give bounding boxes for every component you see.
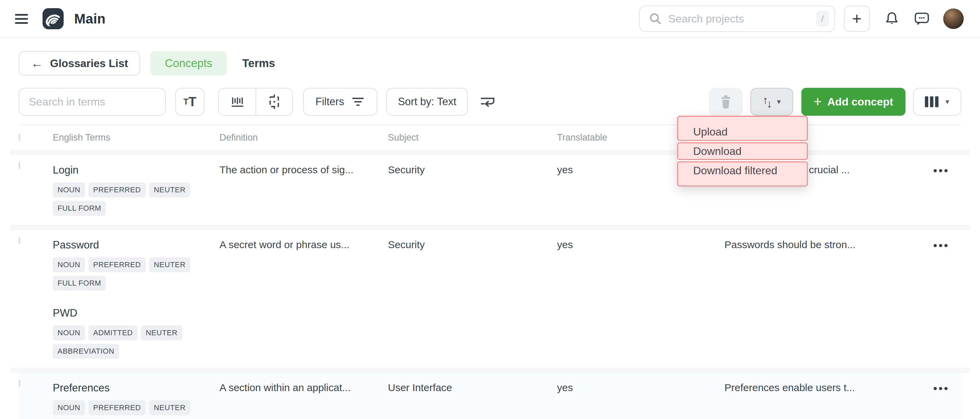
badge-type: FULL FORM [53,201,106,216]
create-button[interactable]: + [844,6,870,32]
term-entry: PWD NOUN ADMITTED NEUTER ABBREVIATION [53,307,220,359]
plus-icon: + [814,95,822,109]
row-checkbox[interactable] [19,162,20,169]
add-concept-button[interactable]: + Add concept [801,88,905,116]
menu-item-download[interactable]: Download [677,142,808,160]
back-arrow-icon: ← [31,56,43,70]
note-cell: Preferences enable users t... [724,381,893,394]
row-separator [10,225,970,230]
badge-gender: NEUTER [149,400,190,415]
sort-by-button[interactable]: Sort by: Text [386,88,468,116]
badge-part-of-speech: NOUN [53,400,85,415]
chevron-down-icon: ▾ [945,97,949,106]
row-separator [10,150,970,155]
definition-cell: The action or process of sig... [220,163,388,176]
badge-type: FULL FORM [53,276,106,291]
page-title: Main [74,11,105,27]
select-all-checkbox[interactable] [19,134,20,141]
search-in-terms-input[interactable] [19,88,166,116]
badge-gender: NEUTER [141,325,182,340]
note-cell: Passwords should be stron... [724,237,893,250]
table-header-row: English Terms Definition Subject Transla… [19,124,961,150]
badge-status: PREFERRED [89,257,146,272]
columns-dropdown-button[interactable]: ▾ [913,88,961,116]
messages-icon[interactable] [913,10,931,28]
filter-icon [351,96,365,108]
badge-part-of-speech: NOUN [53,182,85,198]
badge-part-of-speech: NOUN [53,325,85,340]
badge-part-of-speech: NOUN [53,257,85,272]
term-entry: Password NOUN PREFERRED NEUTER FULL FORM [53,239,220,291]
back-to-glossaries-button[interactable]: ← Glossaries List [19,51,140,76]
glossary-subnav: ← Glossaries List Concepts Terms [0,38,980,84]
term-badges: NOUN PREFERRED NEUTER FULL FORM [53,400,213,419]
badge-status: PREFERRED [89,400,146,415]
notifications-bell-icon[interactable] [883,10,901,28]
search-projects-input[interactable] [668,13,816,25]
barcode-match-button[interactable] [219,89,256,115]
subject-cell: Security [388,237,557,250]
subject-cell: User Interface [388,381,557,394]
back-button-label: Glossaries List [50,57,128,70]
subject-cell: Security [388,163,557,176]
case-large-icon: T [189,95,196,109]
concepts-table: English Terms Definition Subject Transla… [0,124,980,419]
term-entry: Preferences NOUN PREFERRED NEUTER FULL F… [53,382,220,419]
menu-item-upload[interactable]: Upload [677,116,808,141]
row-actions-menu-icon[interactable]: ••• [933,382,950,394]
column-header-definition: Definition [220,132,388,143]
table-row[interactable]: Password NOUN PREFERRED NEUTER FULL FORM… [19,230,961,368]
term-text: Login [53,164,220,176]
global-search[interactable]: / [639,5,835,32]
filters-button[interactable]: Filters [303,88,377,116]
menu-item-download-filtered[interactable]: Download filtered [677,161,808,186]
row-checkbox[interactable] [19,237,20,244]
translatable-cell: yes [557,237,724,250]
delete-button[interactable] [709,88,743,116]
term-badges: NOUN ADMITTED NEUTER ABBREVIATION [53,325,213,359]
case-small-icon: T [183,97,189,107]
row-actions-menu-icon[interactable]: ••• [933,164,950,176]
term-badges: NOUN PREFERRED NEUTER FULL FORM [53,182,213,216]
search-icon [649,12,662,25]
arrow-down-icon: ↓ [767,98,772,110]
term-entry: Login NOUN PREFERRED NEUTER FULL FORM [53,164,220,216]
concepts-toolbar: TT Filters Sort by: Text [0,84,980,124]
tab-terms[interactable]: Terms [242,51,275,76]
translatable-cell: yes [557,381,724,394]
trash-icon [718,94,733,110]
transfer-dropdown-button[interactable]: ↑ ↓ ▾ [750,88,793,116]
term-text: Password [53,239,220,251]
row-actions-menu-icon[interactable]: ••• [933,239,950,251]
column-header-subject: Subject [388,132,557,143]
tab-concepts[interactable]: Concepts [150,51,226,76]
term-text: Preferences [53,382,220,394]
wrap-lines-button[interactable] [478,92,498,112]
chevron-down-icon: ▾ [777,97,781,106]
column-header-english-terms: English Terms [53,132,220,143]
exact-frame-button[interactable] [256,89,292,115]
text-case-button[interactable]: TT [175,88,205,116]
shortcut-badge: / [816,11,829,27]
badge-status: PREFERRED [89,182,146,198]
sort-by-label: Sort by: Text [398,96,456,108]
menu-icon[interactable] [15,11,30,26]
definition-cell: A secret word or phrase us... [220,237,388,250]
wrap-lines-icon [479,94,497,109]
table-row[interactable]: Login NOUN PREFERRED NEUTER FULL FORM Th… [19,155,961,225]
term-text: PWD [53,307,220,319]
top-bar: Main / + [0,0,980,38]
app-logo-icon [42,8,64,30]
user-avatar[interactable] [943,8,964,29]
definition-cell: A section within an applicat... [220,381,388,394]
badge-type: ABBREVIATION [53,344,119,359]
row-checkbox[interactable] [19,380,20,387]
term-badges: NOUN PREFERRED NEUTER FULL FORM [53,257,213,291]
columns-icon [925,96,939,107]
match-mode-button-group [218,88,293,116]
badge-gender: NEUTER [149,257,190,272]
table-row[interactable]: Preferences NOUN PREFERRED NEUTER FULL F… [19,373,961,419]
barcode-icon [229,94,245,110]
filters-button-label: Filters [315,96,344,108]
row-separator [10,368,970,373]
